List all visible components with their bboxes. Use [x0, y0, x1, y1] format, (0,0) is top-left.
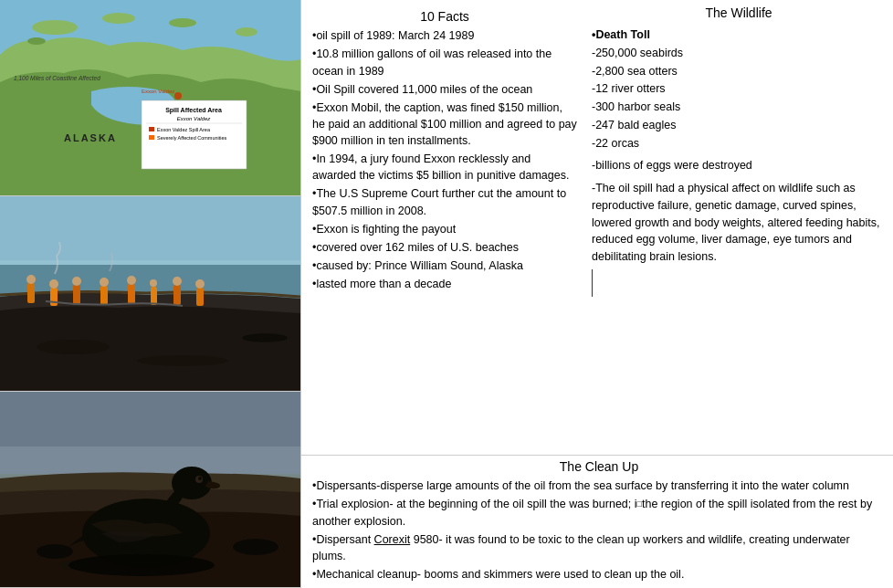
svg-point-45 [198, 477, 202, 480]
svg-text:1,100 Miles of Coastline Affec: 1,100 Miles of Coastline Affected [14, 75, 100, 81]
cleanup-workers-image [0, 196, 300, 393]
svg-rect-12 [149, 135, 154, 140]
fact-item-7: •Exxon is fighting the payout [312, 221, 577, 237]
svg-rect-21 [27, 283, 35, 303]
svg-point-5 [27, 37, 46, 45]
fact-item-8: •covered over 162 miles of U.S. beaches [312, 239, 577, 256]
oil-bird-image [0, 392, 300, 588]
wildlife-item-3: -12 river otters [592, 80, 886, 98]
svg-rect-29 [128, 284, 135, 304]
svg-point-37 [37, 340, 110, 354]
svg-point-36 [195, 279, 205, 289]
cleanup-section: The Clean Up •Dispersants-disperse large… [301, 455, 893, 588]
facts-column: 10 Facts •oil spill of 1989: March 24 19… [301, 0, 584, 455]
svg-text:Exxon Valdez Spill Area: Exxon Valdez Spill Area [157, 127, 211, 132]
page-container: Spill Affected Area Exxon Valdez Exxon V… [0, 0, 893, 588]
fact-item-3: •Oil Spill covered 11,000 miles of the o… [312, 81, 577, 98]
svg-rect-10 [149, 127, 154, 131]
wildlife-title: The Wildlife [592, 4, 886, 23]
divider [592, 269, 886, 297]
bird-svg [0, 392, 300, 587]
svg-point-26 [72, 277, 81, 286]
svg-point-47 [233, 539, 278, 555]
svg-rect-33 [173, 285, 181, 305]
cleanup-text-area: •Dispersants-disperse large amounts of t… [312, 478, 886, 583]
cleanup-svg [0, 196, 300, 393]
svg-point-46 [37, 544, 73, 559]
facts-list: •oil spill of 1989: March 24 1989 •10.8 … [312, 27, 577, 292]
wildlife-item-4: -300 harbor seals [592, 99, 886, 116]
svg-point-2 [102, 13, 135, 24]
svg-rect-25 [73, 285, 80, 305]
fact-item-6: •The U.S Supreme Court further cut the a… [312, 185, 577, 218]
svg-point-43 [172, 467, 212, 499]
svg-text:Exxon Valdez: Exxon Valdez [177, 116, 211, 121]
svg-text:Severely Affected Communities: Severely Affected Communities [157, 135, 227, 141]
cleanup-title: The Clean Up [312, 459, 886, 474]
svg-text:Exxon Valdez: Exxon Valdez [142, 89, 174, 94]
facts-title: 10 Facts [312, 4, 577, 27]
cleanup-item-2: •Trial explosion- at the beginning of th… [312, 496, 886, 529]
wildlife-billions: -billions of eggs were destroyed [592, 157, 886, 174]
wildlife-physical-effect: -The oil spill had a physical affect on … [592, 180, 886, 266]
cleanup-item-3: •Dispersant Corexit 9580- it was found t… [312, 531, 886, 564]
fact-item-10: •lasted more than a decade [312, 276, 577, 292]
death-toll-label: •Death Toll [592, 26, 886, 44]
svg-point-1 [32, 20, 78, 35]
svg-point-34 [173, 277, 182, 286]
wildlife-item-5: -247 bald eagles [592, 117, 886, 134]
fact-item-1: •oil spill of 1989: March 24 1989 [312, 27, 577, 44]
svg-point-4 [236, 27, 257, 37]
svg-point-32 [150, 279, 157, 287]
svg-rect-27 [100, 286, 108, 305]
svg-point-30 [127, 276, 136, 285]
left-column: Spill Affected Area Exxon Valdez Exxon V… [0, 0, 301, 588]
main-content-area: 10 Facts •oil spill of 1989: March 24 19… [301, 0, 893, 455]
wildlife-column: The Wildlife •Death Toll -250,000 seabir… [584, 0, 893, 455]
svg-point-22 [26, 275, 36, 284]
svg-rect-35 [196, 288, 204, 306]
cleanup-item-4: •Mechanical cleanup- booms and skimmers … [312, 566, 886, 583]
svg-text:Spill Affected Area: Spill Affected Area [165, 107, 222, 114]
cleanup-item-1: •Dispersants-disperse large amounts of t… [312, 478, 886, 494]
svg-point-3 [169, 18, 196, 27]
wildlife-item-6: -22 orcas [592, 135, 886, 152]
svg-point-49 [68, 554, 215, 576]
svg-rect-18 [0, 196, 300, 269]
map-svg: Spill Affected Area Exxon Valdez Exxon V… [0, 0, 300, 196]
svg-rect-31 [151, 287, 157, 305]
right-column: 10 Facts •oil spill of 1989: March 24 19… [301, 0, 893, 588]
fact-item-5: •In 1994, a jury found Exxon recklessly … [312, 151, 577, 184]
fact-item-9: •caused by: Prince William Sound, Alaska [312, 257, 577, 274]
svg-point-38 [137, 355, 228, 366]
fact-item-2: •10.8 million gallons of oil was release… [312, 46, 577, 79]
svg-text:ALASKA: ALASKA [64, 132, 117, 143]
wildlife-item-2: -2,800 sea otters [592, 63, 886, 80]
svg-point-16 [174, 92, 182, 100]
corexit-underline: Corexit [374, 533, 411, 546]
fact-item-4: •Exxon Mobil, the caption, was fined $15… [312, 100, 577, 149]
wildlife-item-1: -250,000 seabirds [592, 45, 886, 62]
svg-point-39 [242, 333, 288, 342]
map-image: Spill Affected Area Exxon Valdez Exxon V… [0, 0, 300, 196]
svg-point-28 [100, 278, 109, 287]
svg-point-24 [49, 279, 58, 289]
